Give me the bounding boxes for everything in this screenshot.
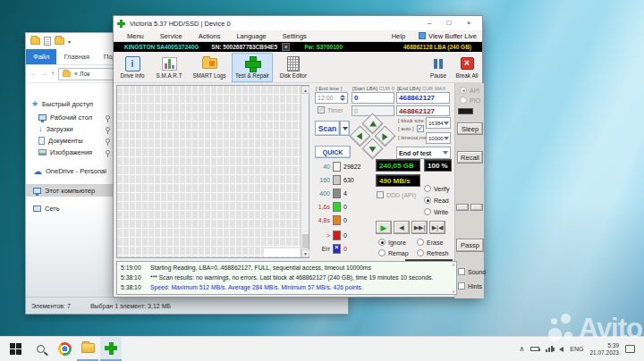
- log-scroll-up-icon[interactable]: ∧: [452, 262, 455, 267]
- read-radio[interactable]: Read: [424, 197, 449, 204]
- sidebar-item-onedrive[interactable]: ☁ OneDrive - Personal: [26, 164, 115, 177]
- mini-button-right[interactable]: [470, 204, 483, 211]
- radio-icon: [378, 249, 386, 256]
- view-buffer-live[interactable]: View Buffer Live: [428, 32, 477, 40]
- notification-icon[interactable]: [625, 345, 635, 353]
- close-button[interactable]: ×: [459, 16, 479, 30]
- remap-radio[interactable]: Remap: [378, 249, 409, 256]
- ddd-checkbox[interactable]: DDD (API): [377, 191, 416, 198]
- scroll-up-icon[interactable]: ▲: [301, 86, 309, 94]
- battery-icon[interactable]: [530, 347, 539, 351]
- timeout-combo[interactable]: 10000: [426, 132, 451, 144]
- disk-editor-button[interactable]: Disk Editor: [275, 53, 311, 82]
- taskbar-explorer[interactable]: [77, 337, 98, 361]
- sidebar-item-desktop[interactable]: Рабочий стол: [26, 111, 115, 123]
- sidebar-item-network[interactable]: Сеть: [26, 202, 115, 214]
- taskbar-clock[interactable]: 5:39 21.07.2023: [589, 342, 619, 356]
- log-scroll-down-icon[interactable]: ∨: [452, 289, 455, 294]
- menu-language[interactable]: Language: [228, 32, 274, 40]
- back-icon[interactable]: ←: [30, 70, 37, 78]
- sidebar-item-label: Рабочий стол: [50, 113, 92, 122]
- chevron-down-icon[interactable]: ▾: [68, 38, 71, 45]
- checkbox-icon: [377, 191, 384, 198]
- block-size-combo[interactable]: 16384: [426, 117, 451, 129]
- break-all-button[interactable]: × Break All: [452, 53, 482, 82]
- api-radio[interactable]: API: [460, 87, 479, 94]
- speaker-icon[interactable]: [559, 347, 564, 352]
- smart-logs-button[interactable]: SMART Logs: [189, 53, 230, 82]
- hints-checkbox[interactable]: Hints: [458, 282, 482, 290]
- radio-icon: [378, 239, 386, 246]
- quick-button[interactable]: QUICK: [315, 146, 351, 158]
- menu-help[interactable]: Help: [384, 32, 413, 40]
- test-repair-button[interactable]: Test & Repair: [232, 53, 273, 82]
- menu-service[interactable]: Service: [152, 32, 191, 40]
- properties-icon[interactable]: [44, 37, 51, 46]
- auto-checkbox[interactable]: [ auto ]: [398, 125, 424, 132]
- minimize-button[interactable]: –: [419, 16, 439, 30]
- end-lba-label: [End LBA] CUR MAX: [397, 86, 445, 91]
- serial-close-button[interactable]: x: [282, 43, 290, 51]
- toolbar-label: S.M.A.R.T: [156, 72, 182, 79]
- menu-actions[interactable]: Actions: [191, 32, 229, 40]
- skip-forward-button[interactable]: ▶▶|: [411, 221, 428, 234]
- taskbar-victoria[interactable]: [100, 337, 122, 361]
- language-indicator[interactable]: ENG: [570, 346, 583, 352]
- sidebar-item-label: Документы: [48, 137, 83, 145]
- sound-checkbox[interactable]: Sound: [458, 268, 486, 275]
- pio-radio[interactable]: PIO: [460, 97, 480, 104]
- new-folder-icon[interactable]: [55, 38, 64, 45]
- menu-menu[interactable]: Menu: [119, 32, 152, 40]
- start-button[interactable]: [5, 337, 25, 361]
- desktop: ▾ Файл Главная Поделиться ← → ↑ « Лок ★ …: [0, 0, 644, 361]
- mini-button-left[interactable]: [456, 204, 469, 211]
- tab-home[interactable]: Главная: [56, 49, 97, 64]
- up-icon[interactable]: ↑: [51, 70, 55, 78]
- pause-button[interactable]: Pause: [426, 53, 451, 82]
- refresh-radio[interactable]: Refresh: [417, 249, 449, 256]
- drive-info-button[interactable]: i Drive Info: [115, 53, 149, 82]
- sleep-button[interactable]: Sleep: [457, 122, 483, 135]
- search-button[interactable]: [30, 337, 50, 361]
- scroll-down-icon[interactable]: ▼: [301, 249, 309, 257]
- erase-radio[interactable]: Erase: [417, 239, 443, 246]
- forward-icon[interactable]: →: [40, 70, 47, 78]
- end-action-combo[interactable]: End of test: [396, 147, 451, 159]
- maximize-button[interactable]: □: [439, 16, 459, 30]
- sidebar-item-pictures[interactable]: Изображения: [26, 146, 115, 158]
- scrollbar-thumb[interactable]: [302, 234, 309, 248]
- victoria-titlebar[interactable]: Victoria 5.37 HDD/SSD | Device 0 – □ ×: [114, 16, 482, 30]
- tab-file[interactable]: Файл: [26, 49, 56, 64]
- skip-end-button[interactable]: ▶|◀: [429, 221, 445, 234]
- ignore-radio[interactable]: Ignore: [378, 239, 406, 246]
- network-icon: [33, 206, 41, 212]
- end-time-spinner[interactable]: 12:00: [315, 92, 348, 104]
- search-icon: [37, 345, 45, 353]
- verify-radio[interactable]: Verify: [424, 185, 450, 192]
- sidebar-item-this-pc[interactable]: Этот компьютер: [26, 184, 115, 197]
- passp-button[interactable]: Passp: [456, 239, 484, 252]
- scan-dropdown-button[interactable]: [340, 121, 350, 136]
- folder-icon[interactable]: [30, 38, 40, 45]
- sidebar-item-quick-access[interactable]: ★ Быстрый доступ: [26, 97, 115, 110]
- step-back-button[interactable]: ◀: [394, 221, 410, 234]
- timer-checkbox[interactable]: Timer: [318, 106, 343, 113]
- log-panel: 5:19:00Starting Reading, LBA=0..46886212…: [116, 261, 457, 295]
- victoria-window: Victoria 5.37 HDD/SSD | Device 0 – □ × M…: [113, 15, 483, 298]
- block-swatch: [333, 215, 341, 225]
- end-lba-input[interactable]: 468862127: [396, 92, 450, 104]
- start-button[interactable]: ▶: [376, 221, 392, 234]
- tray-expand-icon[interactable]: ∧: [519, 345, 524, 353]
- taskbar-chrome[interactable]: [54, 337, 75, 361]
- menu-settings[interactable]: Settings: [275, 32, 315, 40]
- write-radio[interactable]: Write: [424, 208, 448, 215]
- sidebar-item-downloads[interactable]: ↓ Загрузки: [26, 122, 115, 135]
- sidebar-item-documents[interactable]: Документы: [26, 134, 115, 147]
- computer-icon: [33, 188, 41, 194]
- recall-button[interactable]: Recall: [457, 151, 483, 164]
- start-lba-input[interactable]: 0: [352, 92, 394, 104]
- smart-button[interactable]: S.M.A.R.T: [152, 53, 186, 82]
- log-line: 5:38:10Speed: Maximum 512 MB/s. Average …: [121, 284, 363, 290]
- scan-button[interactable]: Scan: [315, 121, 340, 136]
- scan-map-scrollbar[interactable]: ▲ ▼: [301, 86, 309, 257]
